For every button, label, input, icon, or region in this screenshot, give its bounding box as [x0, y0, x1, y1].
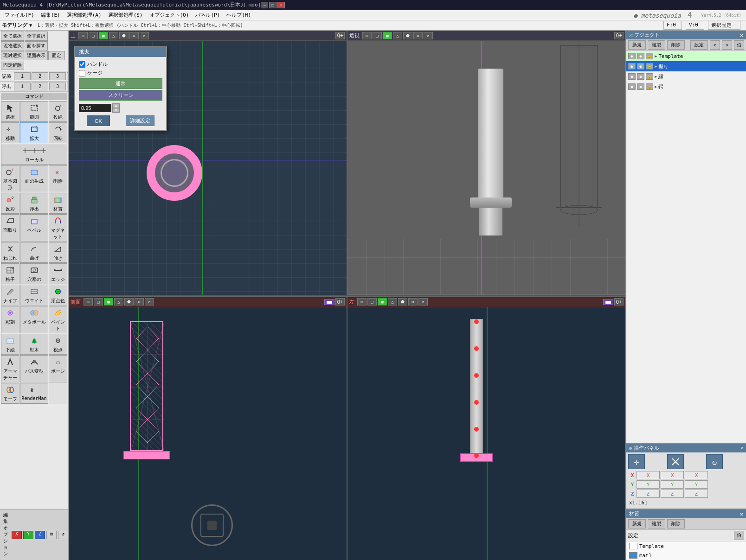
scale-value-input[interactable]	[79, 104, 111, 112]
obj-lock-fuchi[interactable]: 🔓	[646, 73, 653, 80]
obj-arrow-left[interactable]: <	[710, 40, 720, 50]
obj-eye-tsuba[interactable]: ●	[628, 83, 636, 90]
op-y-btn1[interactable]: Y	[637, 480, 660, 489]
op-z-btn1[interactable]: Z	[637, 490, 660, 498]
mat-delete-button[interactable]: 削除	[667, 519, 685, 528]
op-y-btn3[interactable]: Y	[685, 480, 708, 489]
mat-new-button[interactable]: 新規	[628, 519, 646, 528]
cmd-delete[interactable]: ✕ 削除	[49, 165, 67, 192]
cmd-scale[interactable]: C 拡大	[20, 122, 48, 143]
angle-snap-button[interactable]: ↺	[58, 531, 68, 539]
obj-lock-nigiri[interactable]: 🔓	[646, 63, 653, 70]
obj-eye-nigiri[interactable]: ●	[628, 63, 636, 70]
cmd-chamfer[interactable]: 面取り	[1, 214, 19, 242]
vp-tr-refresh[interactable]: ↺	[424, 32, 433, 39]
y-axis-button[interactable]: Y	[23, 531, 33, 539]
mat-share-button[interactable]: 伯	[734, 531, 744, 540]
cmd-knife[interactable]: ナイフ	[1, 285, 19, 305]
vp-br-btn3[interactable]: ■	[378, 298, 387, 305]
obj-eye2-fuchi[interactable]: ●	[637, 73, 644, 80]
op-x-btn3[interactable]: X	[685, 471, 708, 479]
menu-edit[interactable]: 編集(E)	[38, 11, 63, 19]
z-axis-button[interactable]: Z	[35, 531, 45, 539]
cmd-material[interactable]: 材質	[49, 193, 67, 214]
cmd-armature[interactable]: アーマチャー	[1, 355, 19, 382]
cmd-twist[interactable]: ねじれ	[1, 242, 19, 263]
menu-select-area[interactable]: 選択部処理(A)	[64, 11, 104, 19]
select-face-button[interactable]: 面を探す	[25, 41, 48, 51]
op-translate-button[interactable]: ✛	[628, 454, 645, 469]
object-panel-close[interactable]: ✕	[740, 32, 743, 38]
vp-bl-btn3[interactable]: ■	[104, 298, 113, 305]
spin-down-button[interactable]: ▼	[112, 108, 120, 113]
obj-eye2-template[interactable]: ●	[637, 53, 644, 59]
obj-lock-template[interactable]: 🔓	[646, 53, 653, 59]
spin-up-button[interactable]: ▲	[112, 103, 120, 108]
obj-settings-button[interactable]: 設定	[690, 40, 708, 50]
cmd-basic-shape[interactable]: F 基本図形	[1, 165, 19, 192]
material-panel-close[interactable]: ✕	[740, 511, 743, 517]
op-x-btn2[interactable]: X	[661, 471, 684, 479]
vp-tr-settings[interactable]: ⚙	[413, 32, 423, 39]
op-rotate-button[interactable]: ↻	[706, 454, 723, 469]
vp-tl-btn2[interactable]: □	[89, 32, 98, 39]
x-axis-button[interactable]: X	[12, 531, 22, 539]
cmd-paint[interactable]: ペイント	[49, 306, 67, 333]
obj-lock-tsuba[interactable]: 🔓	[646, 83, 653, 90]
vp-tr-btn4[interactable]: △	[393, 32, 402, 39]
cmd-range[interactable]: R 範囲	[20, 101, 48, 122]
screen-button[interactable]: スクリーン	[79, 90, 162, 101]
vp-tr-btn5[interactable]: ⬟	[403, 32, 412, 39]
vp-tl-refresh[interactable]: ↺	[140, 32, 149, 39]
vp-br-zoom-plus[interactable]: Q+	[614, 298, 624, 305]
ki-btn-1[interactable]: 1	[14, 72, 31, 80]
cmd-reflect[interactable]: D 反彩	[1, 193, 19, 214]
normal-button[interactable]: 通常	[79, 78, 162, 89]
menu-panel[interactable]: パネル(P)	[193, 11, 223, 19]
object-item-nigiri[interactable]: ● ● 🔓 ▶ 握り	[626, 61, 746, 71]
vp-tl-zoom-plus[interactable]: Q+	[335, 32, 345, 39]
object-item-tsuba[interactable]: ● ● 🔓 ▶ 鍔	[626, 82, 746, 92]
vp-bl-btn5[interactable]: ⬟	[124, 298, 134, 305]
maximize-button[interactable]: □	[269, 2, 277, 8]
cmd-tilt[interactable]: 傾き	[49, 242, 67, 263]
vp-tr-zoom-plus[interactable]: Q+	[614, 32, 624, 39]
viewport-top-right[interactable]: 透視 ⊞ □ ■ △ ⬟ ⚙ ↺ Q+	[347, 31, 625, 295]
vp-br-btn4[interactable]: △	[388, 298, 397, 305]
ok-button[interactable]: OK	[87, 115, 110, 126]
vp-tl-btn1[interactable]: ⊞	[78, 32, 88, 39]
menu-object[interactable]: オブジェクト(O)	[147, 11, 192, 19]
vp-br-btn1[interactable]: ⊞	[357, 298, 367, 305]
cmd-metaball[interactable]: メタボール	[20, 306, 48, 333]
ki-btn-3[interactable]: 3	[49, 72, 66, 80]
vp-tl-btn5[interactable]: ⬟	[119, 32, 129, 39]
vp-bl-btn1[interactable]: ⊞	[84, 298, 93, 305]
vp-bl-btn4[interactable]: △	[114, 298, 123, 305]
cmd-magnet[interactable]: マグネット	[49, 214, 67, 242]
yob-btn-2[interactable]: 2	[32, 83, 48, 90]
cmd-lasso[interactable]: C 投縄	[49, 101, 67, 122]
cmd-face-gen[interactable]: 面の生成	[20, 165, 48, 192]
obj-delete-button[interactable]: 削除	[667, 40, 685, 50]
close-button[interactable]: ×	[277, 2, 285, 8]
cmd-tree[interactable]: 🌲 対木	[20, 334, 48, 355]
vp-br-settings[interactable]: ⚙	[408, 298, 418, 305]
cmd-extrude[interactable]: 押出	[20, 193, 48, 214]
cmd-sculpt[interactable]: 彫刻	[1, 306, 19, 333]
op-panel-close[interactable]: ×	[740, 445, 743, 451]
op-scale-button[interactable]	[667, 454, 684, 469]
vp-bl-settings[interactable]: ⚙	[135, 298, 144, 305]
dropdown-arrow[interactable]: ▼	[29, 23, 32, 28]
cmd-fill-hole[interactable]: 穴塞の	[20, 263, 48, 284]
select-real-button[interactable]: 現物選択	[1, 41, 24, 51]
minimize-button[interactable]: −	[261, 2, 268, 8]
vp-br-refresh[interactable]: ↺	[418, 298, 428, 305]
obj-eye2-tsuba[interactable]: ●	[637, 83, 644, 90]
obj-share-button[interactable]: 伯	[734, 40, 744, 50]
viewport-bot-left[interactable]: 前面 ⊞ □ ■ △ ⬟ ⚙ ↺ ■■ Q+	[69, 296, 347, 560]
obj-eye-template[interactable]: ●	[628, 53, 636, 59]
cage-checkbox[interactable]	[79, 70, 85, 76]
yob-btn-3[interactable]: 3	[49, 83, 66, 90]
menu-file[interactable]: ファイル(F)	[2, 11, 37, 19]
cmd-bevel[interactable]: ベベル	[20, 214, 48, 242]
